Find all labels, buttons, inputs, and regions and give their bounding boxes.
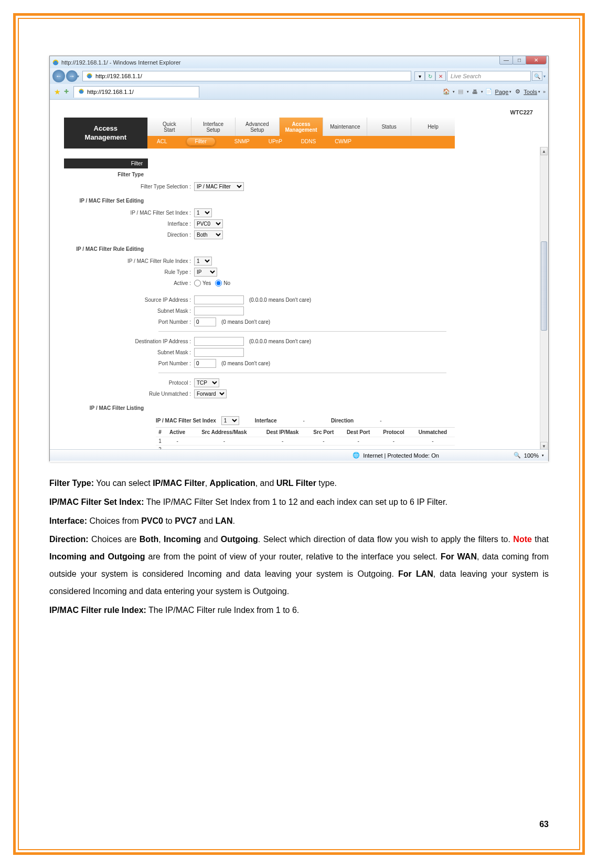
globe-icon: 🌐 <box>353 452 360 459</box>
zoom-level[interactable]: 100% <box>524 452 539 459</box>
window-title: http://192.168.1.1/ - Windows Internet E… <box>61 59 180 66</box>
maximize-button[interactable]: □ <box>512 56 526 65</box>
page-menu-icon[interactable]: 📄 <box>484 87 494 97</box>
tools-menu-icon[interactable]: ⚙ <box>512 87 522 97</box>
status-text: Internet | Protected Mode: On <box>363 452 439 459</box>
interface-select[interactable]: PVC0 <box>194 219 223 228</box>
back-button[interactable]: ← <box>52 70 65 82</box>
page-menu[interactable]: Page <box>495 89 509 95</box>
ie-icon <box>52 59 59 66</box>
ie-icon <box>78 88 84 96</box>
ie-icon <box>86 72 93 80</box>
zoom-icon[interactable]: 🔍 <box>514 452 521 459</box>
nav-quick-start[interactable]: Quick Start <box>147 118 191 136</box>
home-icon[interactable]: 🏠 <box>442 87 452 97</box>
section-rule-editing-header: IP / MAC Filter Rule Editing <box>64 243 148 255</box>
close-button[interactable]: ✕ <box>526 56 547 65</box>
src-subnet-input[interactable] <box>194 306 244 315</box>
zoom-dropdown-icon[interactable]: ▾ <box>542 453 544 458</box>
src-port-input[interactable] <box>194 317 216 326</box>
section-title: Access Management <box>64 118 147 149</box>
section-listing-header: IP / MAC Filter Listing <box>64 402 148 414</box>
subnav-upnp[interactable]: UPnP <box>259 136 292 149</box>
add-favorites-icon[interactable]: ✚ <box>64 88 69 95</box>
section-set-editing-header: IP / MAC Filter Set Editing <box>64 195 148 207</box>
search-box[interactable]: Live Search <box>447 71 531 81</box>
forward-button[interactable]: → <box>66 70 78 82</box>
direction-select[interactable]: Both <box>194 230 223 239</box>
nav-access-management[interactable]: Access Management <box>279 118 323 136</box>
page-number: 63 <box>539 820 549 829</box>
listing-set-index-select[interactable]: 1 <box>221 416 239 425</box>
src-ip-input[interactable] <box>194 295 244 304</box>
dst-port-input[interactable] <box>194 359 216 368</box>
unmatched-select[interactable]: Forward <box>194 389 227 398</box>
tools-menu[interactable]: Tools <box>524 89 537 95</box>
nav-interface-setup[interactable]: Interface Setup <box>191 118 236 136</box>
section-filter-header: Filter <box>64 158 148 168</box>
filter-type-select[interactable]: IP / MAC Filter <box>194 182 244 191</box>
subnav-ddns[interactable]: DDNS <box>292 136 325 149</box>
ie-window-screenshot: http://192.168.1.1/ - Windows Internet E… <box>49 56 549 461</box>
history-dropdown-icon[interactable]: ▾ <box>77 74 79 79</box>
rule-index-select[interactable]: 1 <box>194 257 212 266</box>
addr-dropdown-button[interactable]: ▾ <box>414 71 425 81</box>
favorites-icon[interactable]: ★ <box>54 88 61 96</box>
browser-tab[interactable]: http://192.168.1.1/ <box>73 86 199 98</box>
subnav-cwmp[interactable]: CWMP <box>325 136 361 149</box>
document-body-text: Filter Type: You can select IP/MAC Filte… <box>49 475 549 619</box>
print-icon[interactable]: 🖶 <box>470 87 480 97</box>
dst-ip-input[interactable] <box>194 337 244 346</box>
rule-type-select[interactable]: IP <box>194 268 217 277</box>
nav-status[interactable]: Status <box>367 118 411 136</box>
nav-advanced-setup[interactable]: Advanced Setup <box>235 118 279 136</box>
scroll-up-button[interactable]: ▲ <box>540 147 548 155</box>
rss-icon[interactable]: ▤ <box>456 87 466 97</box>
search-button[interactable]: 🔍 <box>532 71 542 81</box>
window-titlebar: http://192.168.1.1/ - Windows Internet E… <box>50 56 548 68</box>
table-row: 1------- <box>156 437 455 446</box>
main-nav-table: Access Management Quick Start Interface … <box>64 118 455 149</box>
model-label: WTC227 <box>510 109 533 115</box>
subnav-acl[interactable]: ACL <box>147 136 176 149</box>
nav-help[interactable]: Help <box>411 118 455 136</box>
active-no-radio[interactable] <box>215 280 222 287</box>
search-dropdown-icon[interactable]: ▾ <box>543 74 546 79</box>
stop-button[interactable]: ✕ <box>435 71 446 81</box>
router-page-content: WTC227 Access Management Quick Start Int… <box>50 100 548 462</box>
protocol-select[interactable]: TCP <box>194 378 219 387</box>
section-filter-type-header: Filter Type <box>64 168 148 181</box>
set-index-select[interactable]: 1 <box>194 208 212 217</box>
vertical-scrollbar[interactable]: ▲ ▼ <box>540 147 548 450</box>
active-yes-radio[interactable] <box>194 280 201 287</box>
scrollbar-thumb[interactable] <box>541 241 547 331</box>
refresh-button[interactable]: ↻ <box>425 71 435 81</box>
status-bar: 🌐 Internet | Protected Mode: On 🔍 100% ▾ <box>50 449 548 461</box>
dst-subnet-input[interactable] <box>194 348 244 357</box>
nav-maintenance[interactable]: Maintenance <box>323 118 367 136</box>
subnav-snmp[interactable]: SNMP <box>225 136 259 149</box>
url-text: http://192.168.1.1/ <box>95 73 142 79</box>
minimize-button[interactable]: — <box>499 56 513 65</box>
address-bar[interactable]: http://192.168.1.1/ <box>82 71 411 81</box>
subnav-filter[interactable]: Filter <box>177 136 225 149</box>
